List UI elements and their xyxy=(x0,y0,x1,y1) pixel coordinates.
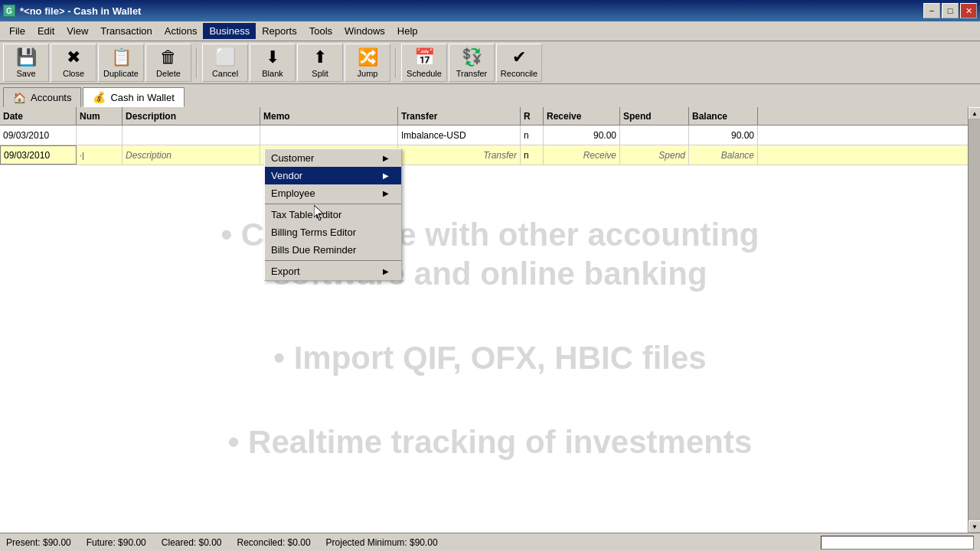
scroll-up-button[interactable]: ▲ xyxy=(969,107,980,119)
blank-button[interactable]: ⬇ Blank xyxy=(250,44,296,82)
delete-icon: 🗑 xyxy=(160,47,177,67)
menu-windows[interactable]: Windows xyxy=(338,23,391,39)
table-row[interactable]: 09/03/2010 ·| Description Transfer n Rec… xyxy=(0,145,980,165)
close-button[interactable]: ✕ xyxy=(960,3,977,18)
save-icon: 💾 xyxy=(16,47,37,67)
menu-tools[interactable]: Tools xyxy=(303,23,338,39)
vendor-label: Vendor xyxy=(271,170,302,181)
register-area: Date Num Description Memo Transfer R Rec… xyxy=(0,107,980,533)
close-label: Close xyxy=(63,69,84,78)
save-button[interactable]: 💾 Save xyxy=(3,44,49,82)
col-balance: Balance xyxy=(689,107,758,125)
tab-bar: 🏠 Accounts 💰 Cash in Wallet xyxy=(0,84,980,107)
billing-terms-label: Billing Terms Editor xyxy=(271,227,356,238)
toolbar: 💾 Save ✖ Close 📋 Duplicate 🗑 Delete ⬜ Ca… xyxy=(0,41,980,84)
transfer-button[interactable]: 💱 Transfer xyxy=(449,44,495,82)
reconcile-button[interactable]: ✔ Reconcile xyxy=(496,44,542,82)
cell-desc-2[interactable]: Description xyxy=(122,145,260,165)
menu-bar: File Edit View Transaction Actions Busin… xyxy=(0,21,980,41)
cash-tab-label: Cash in Wallet xyxy=(110,92,174,103)
col-date: Date xyxy=(0,107,77,125)
menu-business[interactable]: Business xyxy=(203,23,256,39)
tax-table-label: Tax Table Editor xyxy=(271,209,341,220)
status-present: Present: $90.00 xyxy=(6,537,71,548)
menu-view[interactable]: View xyxy=(60,23,94,39)
col-memo: Memo xyxy=(260,107,398,125)
table-row[interactable]: 09/03/2010 Imbalance-USD n 90.00 90.00 xyxy=(0,126,980,145)
cell-r-2: n xyxy=(521,145,544,165)
export-label: Export xyxy=(271,266,300,277)
accounts-tab-label: Accounts xyxy=(31,92,71,103)
customer-label: Customer xyxy=(271,152,314,164)
scroll-down-button[interactable]: ▼ xyxy=(969,520,980,533)
duplicate-button[interactable]: 📋 Duplicate xyxy=(98,44,144,82)
watermark-line-3: • Realtime tracking of investments xyxy=(228,423,753,461)
cell-r-1: n xyxy=(521,126,544,145)
cell-transfer-1: Imbalance-USD xyxy=(398,126,521,145)
col-spend: Spend xyxy=(620,107,689,125)
business-menu-vendor[interactable]: Vendor ▶ xyxy=(265,167,401,184)
cell-num-2[interactable]: ·| xyxy=(77,145,122,165)
status-right-area xyxy=(821,536,974,549)
status-future: Future: $90.00 xyxy=(87,537,146,548)
tab-cash-in-wallet[interactable]: 💰 Cash in Wallet xyxy=(83,87,184,107)
vendor-arrow-icon: ▶ xyxy=(383,171,389,180)
employee-label: Employee xyxy=(271,187,315,199)
duplicate-label: Duplicate xyxy=(103,69,139,78)
blank-label: Blank xyxy=(262,69,283,78)
cancel-button[interactable]: ⬜ Cancel xyxy=(202,44,248,82)
watermark: • Compatible with other accountingsoftwa… xyxy=(0,145,980,533)
reconcile-icon: ✔ xyxy=(512,47,526,67)
business-menu-employee[interactable]: Employee ▶ xyxy=(265,184,401,202)
cell-desc-1 xyxy=(122,126,260,145)
watermark-line-2: • Import QIF, OFX, HBIC files xyxy=(273,339,706,377)
blank-icon: ⬇ xyxy=(266,47,279,67)
business-menu-export[interactable]: Export ▶ xyxy=(265,262,401,280)
maximize-button[interactable]: □ xyxy=(942,3,959,18)
status-bar: Present: $90.00 Future: $90.00 Cleared: … xyxy=(0,533,980,551)
cell-balance-2: Balance xyxy=(689,145,758,165)
save-label: Save xyxy=(16,69,35,78)
cell-transfer-2[interactable]: Transfer xyxy=(398,145,521,165)
schedule-button[interactable]: 📅 Schedule xyxy=(401,44,447,82)
minimize-button[interactable]: − xyxy=(923,3,940,18)
split-label: Split xyxy=(312,69,328,78)
jump-button[interactable]: 🔀 Jump xyxy=(345,44,390,82)
delete-button[interactable]: 🗑 Delete xyxy=(145,44,191,82)
close-toolbar-button[interactable]: ✖ Close xyxy=(51,44,96,82)
menu-edit[interactable]: Edit xyxy=(31,23,60,39)
table-header: Date Num Description Memo Transfer R Rec… xyxy=(0,107,980,126)
cell-spend-2[interactable]: Spend xyxy=(620,145,689,165)
menu-file[interactable]: File xyxy=(3,23,31,39)
toolbar-separator-2 xyxy=(395,47,397,78)
reconcile-label: Reconcile xyxy=(501,69,537,78)
cell-date-2[interactable]: 09/03/2010 xyxy=(0,145,77,165)
business-dropdown-menu: Customer ▶ Vendor ▶ Employee ▶ Tax Table… xyxy=(264,148,402,281)
menu-transaction[interactable]: Transaction xyxy=(94,23,158,39)
close-icon: ✖ xyxy=(67,47,80,67)
duplicate-icon: 📋 xyxy=(111,47,132,67)
app-icon: G xyxy=(3,5,15,17)
col-r: R xyxy=(521,107,544,125)
cell-receive-2[interactable]: Receive xyxy=(544,145,620,165)
cell-spend-1 xyxy=(620,126,689,145)
menu-reports[interactable]: Reports xyxy=(256,23,303,39)
split-button[interactable]: ⬆ Split xyxy=(297,44,343,82)
bills-due-label: Bills Due Reminder xyxy=(271,244,356,256)
menu-help[interactable]: Help xyxy=(391,23,424,39)
business-menu-billing-terms[interactable]: Billing Terms Editor xyxy=(265,223,401,241)
accounts-tab-icon: 🏠 xyxy=(13,92,26,104)
business-menu-bills-due[interactable]: Bills Due Reminder xyxy=(265,241,401,259)
scroll-track[interactable] xyxy=(969,119,980,520)
tab-accounts[interactable]: 🏠 Accounts xyxy=(3,87,81,107)
status-projected-min: Projected Minimum: $90.00 xyxy=(326,537,438,548)
jump-label: Jump xyxy=(358,69,378,78)
customer-arrow-icon: ▶ xyxy=(383,154,389,162)
col-num: Num xyxy=(77,107,122,125)
business-menu-tax-table[interactable]: Tax Table Editor xyxy=(265,206,401,223)
vertical-scrollbar[interactable]: ▲ ▼ xyxy=(968,107,980,533)
business-menu-customer[interactable]: Customer ▶ xyxy=(265,149,401,167)
status-search-input[interactable] xyxy=(821,536,974,549)
cell-date-1: 09/03/2010 xyxy=(0,126,77,145)
menu-actions[interactable]: Actions xyxy=(158,23,204,39)
